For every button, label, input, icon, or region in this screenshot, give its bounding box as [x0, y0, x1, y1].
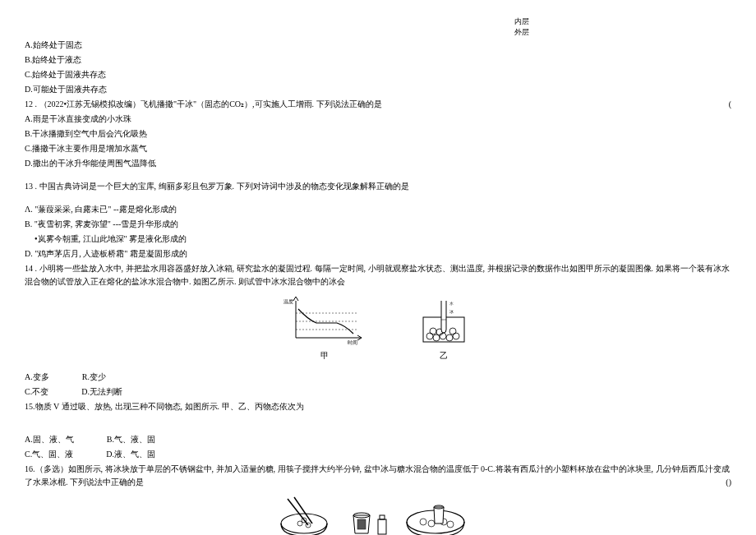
label-inner-layer: 内层 — [312, 16, 731, 27]
fig-label-jia: 甲 — [320, 349, 329, 362]
q12-option-d: D.撒出的干冰升华能使周围气温降低 — [25, 157, 731, 170]
q14-option-b: R.变少 — [82, 371, 106, 384]
svg-point-15 — [281, 514, 327, 533]
q15-option-d: D.液、气、固 — [106, 448, 155, 461]
svg-point-8 — [440, 333, 446, 339]
q11-option-a: A.始终处于固态 — [25, 39, 731, 52]
label-outer-layer: 外层 — [312, 27, 731, 38]
svg-point-13 — [449, 328, 456, 334]
q16-figure — [271, 491, 485, 535]
q13-option-d: D. "鸡声茅店月, 人迹板桥霜" 霜是凝固形成的 — [25, 247, 731, 261]
q12-stem: 12 . （2022•江苏无锡模拟改编）飞机播撒"干冰"（固态的CO₂）,可实施… — [25, 98, 731, 111]
q14-option-d: D.无法判断 — [81, 385, 122, 399]
q13-option-b2: •岚雾今朝重, 江山此地深" 雾是液化形成的 — [35, 233, 731, 246]
svg-point-11 — [430, 328, 436, 334]
svg-point-27 — [428, 520, 435, 527]
tube-yi: 水 冰 — [415, 297, 472, 346]
chart-jia: 温度 时间 — [284, 297, 366, 346]
svg-point-18 — [297, 521, 302, 526]
q11-option-d: D.可能处于固液共存态 — [25, 83, 731, 96]
q16-stem-text: 16.（多选）如图所示, 将冰块放于单层的不锈钢盆中, 并加入适量的糖, 用筷子… — [25, 464, 730, 487]
svg-point-6 — [426, 333, 433, 339]
q11-option-c: C.始终处于固液共存态 — [25, 68, 731, 81]
q15-option-a: A.固、液、气 — [25, 433, 74, 446]
svg-rect-23 — [378, 519, 386, 534]
svg-point-29 — [447, 521, 454, 528]
q14-option-a: A.变多 — [25, 371, 49, 384]
svg-point-9 — [446, 334, 453, 341]
svg-point-10 — [453, 333, 459, 339]
svg-rect-24 — [380, 515, 385, 519]
q11-option-b: B.始终处于液态 — [25, 53, 731, 67]
q16-paren: () — [726, 476, 731, 489]
q12-stem-text: 12 . （2022•江苏无锡模拟改编）飞机播撒"干冰"（固态的CO₂）,可实施… — [25, 99, 382, 108]
q12-option-a: A.雨是干冰直接变成的小水珠 — [25, 113, 731, 126]
tube-label-side: 冰 — [449, 309, 454, 314]
q12-option-c: C.播撒干冰主要作用是增加水蒸气 — [25, 142, 731, 155]
svg-point-26 — [420, 519, 426, 525]
q14-option-c: C.不变 — [25, 385, 48, 399]
q15-stem: 15.物质 V 通过吸、放热, 出现三种不同物态, 如图所示. 甲、乙、丙物态依… — [25, 400, 731, 413]
q12-option-b: B.干冰播撒到空气中后会汽化吸热 — [25, 127, 731, 141]
fig-label-yi: 乙 — [440, 349, 448, 362]
tube-label-top: 水 — [449, 301, 454, 306]
q15-option-c: C.气、固、液 — [25, 448, 73, 461]
svg-rect-22 — [357, 519, 366, 529]
chart-ylabel: 温度 — [284, 298, 293, 304]
q14-figure: 温度 时间 甲 水 冰 乙 — [25, 297, 731, 362]
q12-paren: ( — [729, 98, 731, 111]
chart-xlabel: 时间 — [348, 340, 357, 345]
q13-option-a: Λ. "蒹葭采采, 白露未已" --露是熔化形成的 — [25, 203, 731, 216]
q13-option-b: B. "夜雪初霁, 霁麦弥望" ---雪是升华形成的 — [25, 218, 731, 231]
q15-option-b: B.气、液、固 — [107, 433, 155, 446]
q14-stem: 14 . 小明将一些盐放入水中, 并把盐水用容器盛好放入冰箱, 研究盐水的凝固过… — [25, 262, 731, 288]
q16-stem: 16.（多选）如图所示, 将冰块放于单层的不锈钢盆中, 并加入适量的糖, 用筷子… — [25, 463, 731, 489]
q13-stem: 13 . 中国古典诗词是一个巨大的宝库, 绚丽多彩且包罗万象. 下列对诗词中涉及… — [25, 180, 731, 193]
